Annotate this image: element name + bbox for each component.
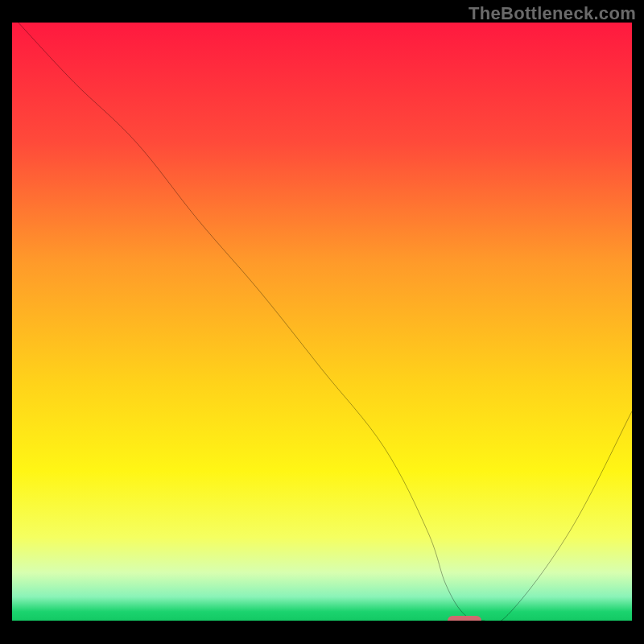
curve-path bbox=[19, 23, 632, 621]
chart-frame: TheBottleneck.com bbox=[0, 0, 644, 644]
watermark-text: TheBottleneck.com bbox=[469, 3, 636, 24]
optimal-marker bbox=[448, 616, 481, 621]
bottleneck-curve bbox=[12, 23, 632, 621]
plot-area bbox=[12, 23, 632, 621]
